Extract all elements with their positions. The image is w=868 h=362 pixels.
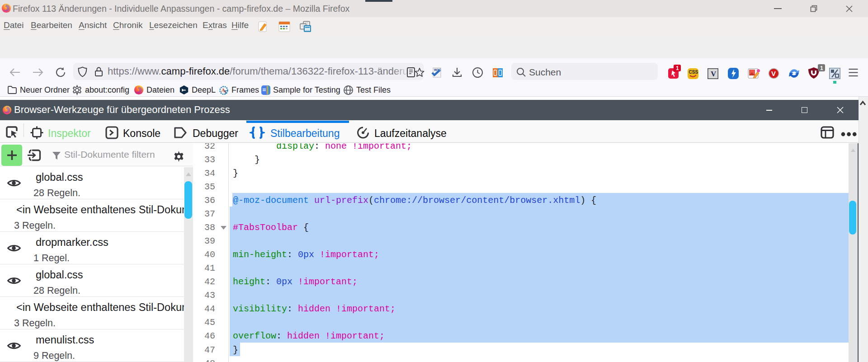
svg-text:1: 1 [820, 65, 823, 71]
svg-text:T: T [224, 89, 228, 94]
svg-text:V: V [711, 70, 717, 78]
svg-text:CSS: CSS [689, 70, 698, 75]
svg-text:1: 1 [676, 65, 679, 71]
svg-text:V: V [771, 70, 776, 77]
